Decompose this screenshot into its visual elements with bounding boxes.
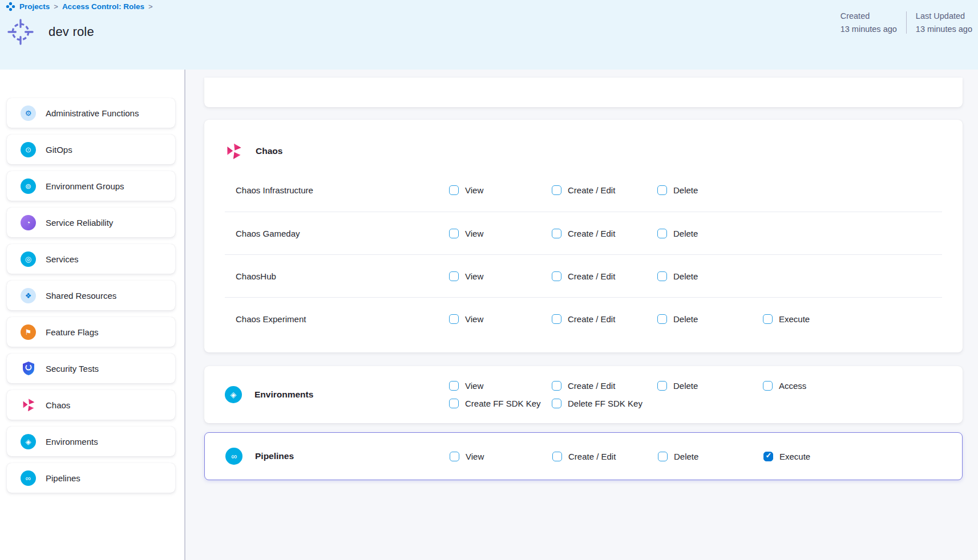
sidebar-item-feature-flags[interactable]: ⚑ Feature Flags	[7, 317, 175, 347]
sidebar-item-environment-groups[interactable]: ⊚ Environment Groups	[7, 171, 175, 201]
permission-delete[interactable]: Delete	[657, 314, 763, 324]
checkbox-icon[interactable]	[658, 452, 668, 461]
last-updated-value: 13 minutes ago	[916, 25, 972, 34]
last-updated-stat: Last Updated 13 minutes ago	[906, 11, 978, 34]
checkbox-icon[interactable]	[449, 185, 459, 195]
checkbox-icon[interactable]	[657, 314, 667, 324]
permission-view[interactable]: View	[449, 185, 552, 195]
permission-create-edit[interactable]: Create / Edit	[552, 185, 657, 195]
sidebar-item-shared-resources[interactable]: ❖ Shared Resources	[7, 281, 175, 310]
sidebar-item-environments[interactable]: ◈ Environments	[7, 427, 175, 456]
checkbox-icon[interactable]	[657, 381, 667, 391]
environments-icon: ◈	[21, 434, 36, 449]
page: Projects > Access Control: Roles > dev r…	[0, 0, 978, 560]
permission-delete[interactable]: Delete	[657, 381, 763, 391]
permission-row-chaos-gameday: Chaos Gameday View Create / Edit Delete	[225, 212, 942, 254]
permission-delete[interactable]: Delete	[657, 271, 763, 281]
permission-create-edit[interactable]: Create / Edit	[552, 229, 657, 238]
card-title-chaos: Chaos	[256, 146, 282, 156]
permission-access[interactable]: Access	[763, 381, 942, 391]
checkbox-icon[interactable]	[449, 229, 459, 238]
checkbox-icon[interactable]	[657, 229, 667, 238]
card-environments: ◈ Environments View Create / Edit Delete…	[204, 366, 963, 423]
security-shield-icon	[21, 361, 36, 376]
permission-delete-ff-sdk-key[interactable]: Delete FF SDK Key	[552, 399, 942, 408]
checkbox-icon[interactable]	[552, 185, 561, 195]
permission-create-ff-sdk-key[interactable]: Create FF SDK Key	[449, 399, 552, 408]
permissions-panel: Chaos Chaos Infrastructure View Create /…	[187, 70, 978, 560]
permission-create-edit[interactable]: Create / Edit	[552, 314, 657, 324]
checkbox-icon[interactable]	[450, 452, 459, 461]
sidebar-item-security-tests[interactable]: Security Tests	[7, 354, 175, 383]
permission-row-chaos-infrastructure: Chaos Infrastructure View Create / Edit …	[225, 169, 942, 212]
permission-execute[interactable]: Execute	[763, 314, 942, 324]
checkbox-icon[interactable]	[657, 185, 667, 195]
gitops-icon: ⊙	[21, 142, 36, 157]
breadcrumb-projects-link[interactable]: Projects	[19, 2, 50, 11]
breadcrumb-separator: >	[54, 2, 58, 11]
page-title: dev role	[49, 25, 94, 39]
card-title-pipelines: Pipelines	[255, 451, 294, 461]
permission-view[interactable]: View	[449, 271, 552, 281]
pipelines-icon: ∞	[21, 470, 36, 486]
permission-view[interactable]: View	[449, 314, 552, 324]
checkbox-icon[interactable]	[657, 271, 667, 281]
role-crosshair-icon	[7, 19, 34, 45]
checkbox-icon[interactable]	[449, 314, 459, 324]
checkbox-icon[interactable]	[552, 314, 561, 324]
sidebar-item-administrative-functions[interactable]: ⚙ Administrative Functions	[7, 98, 175, 128]
checkbox-icon[interactable]	[763, 381, 773, 391]
chaos-pinwheel-icon	[225, 142, 243, 160]
sidebar-item-service-reliability[interactable]: ◔ Service Reliability	[7, 208, 175, 237]
card-chaos: Chaos Chaos Infrastructure View Create /…	[204, 120, 963, 352]
permission-delete[interactable]: Delete	[658, 452, 763, 461]
permission-create-edit[interactable]: Create / Edit	[552, 381, 657, 391]
environments-icon: ◈	[225, 386, 242, 403]
permission-delete[interactable]: Delete	[657, 229, 763, 238]
permission-view[interactable]: View	[449, 229, 552, 238]
checkbox-icon[interactable]	[552, 381, 561, 391]
created-value: 13 minutes ago	[840, 25, 897, 34]
checkbox-icon[interactable]	[552, 452, 562, 461]
checkbox-icon[interactable]	[449, 271, 459, 281]
resource-label: Chaos Experiment	[225, 314, 449, 324]
permission-view[interactable]: View	[449, 381, 552, 391]
checkbox-icon[interactable]	[552, 271, 561, 281]
permission-execute[interactable]: Execute	[763, 452, 941, 461]
created-label: Created	[840, 11, 897, 21]
checkbox-icon[interactable]	[552, 229, 561, 238]
resource-label: Chaos Infrastructure	[225, 185, 449, 195]
sidebar-item-chaos[interactable]: Chaos	[7, 390, 175, 420]
sidebar-item-gitops[interactable]: ⊙ GitOps	[7, 135, 175, 164]
title-row: dev role	[7, 19, 94, 45]
permission-delete[interactable]: Delete	[657, 185, 763, 195]
harness-logo-icon	[6, 2, 15, 11]
meta-stats: Created 13 minutes ago Last Updated 13 m…	[831, 11, 978, 34]
permission-row-chaoshub: ChaosHub View Create / Edit Delete	[225, 254, 942, 297]
shared-resources-icon: ❖	[21, 288, 36, 303]
checkbox-icon[interactable]	[449, 381, 459, 391]
checkbox-icon[interactable]	[449, 399, 459, 408]
breadcrumb: Projects > Access Control: Roles >	[6, 2, 153, 11]
page-header: Projects > Access Control: Roles > dev r…	[0, 0, 978, 70]
sidebar-item-services[interactable]: ◎ Services	[7, 244, 175, 274]
checkbox-checked-icon[interactable]	[763, 452, 773, 461]
permission-create-edit[interactable]: Create / Edit	[552, 271, 657, 281]
checkbox-icon[interactable]	[552, 399, 561, 408]
service-reliability-icon: ◔	[21, 215, 36, 230]
permission-row-chaos-experiment: Chaos Experiment View Create / Edit Dele…	[225, 297, 942, 340]
gear-icon: ⚙	[21, 105, 36, 121]
card-pipelines[interactable]: ∞ Pipelines View Create / Edit Delete Ex…	[204, 432, 963, 480]
resource-label: ChaosHub	[225, 271, 449, 281]
created-stat: Created 13 minutes ago	[831, 11, 906, 34]
last-updated-label: Last Updated	[916, 11, 972, 21]
card-partial-top	[204, 78, 963, 107]
permission-create-edit[interactable]: Create / Edit	[552, 452, 658, 461]
sidebar-item-pipelines[interactable]: ∞ Pipelines	[7, 463, 175, 493]
checkbox-icon[interactable]	[763, 314, 773, 324]
card-title-environments: Environments	[254, 389, 313, 400]
permission-view[interactable]: View	[450, 452, 552, 461]
breadcrumb-roles-link[interactable]: Access Control: Roles	[62, 2, 144, 11]
breadcrumb-separator: >	[148, 2, 153, 11]
services-icon: ◎	[21, 251, 36, 267]
